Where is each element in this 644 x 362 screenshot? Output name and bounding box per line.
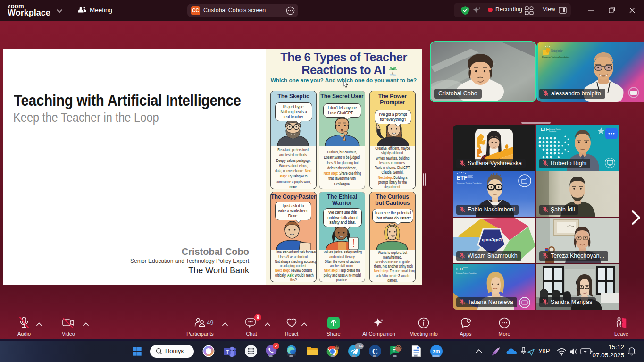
svg-text:C: C (372, 347, 378, 356)
svg-text:Foundation: Foundation (549, 130, 556, 132)
svg-text:DigComp: DigComp (482, 237, 502, 242)
svg-text:ETF: ETF (541, 127, 549, 132)
svg-text:European Training Foundation: European Training Foundation (456, 272, 477, 274)
svg-text:European Training Foundation: European Training Foundation (457, 182, 482, 184)
svg-text:Learning for life: Learning for life (551, 51, 562, 53)
svg-text:European Training Foundation: European Training Foundation (542, 56, 570, 58)
svg-text:ETF: ETF (457, 175, 468, 181)
svg-text:z: z (634, 348, 636, 352)
svg-text:zm: zm (433, 348, 440, 354)
svg-text:ETF: ETF (456, 267, 465, 271)
